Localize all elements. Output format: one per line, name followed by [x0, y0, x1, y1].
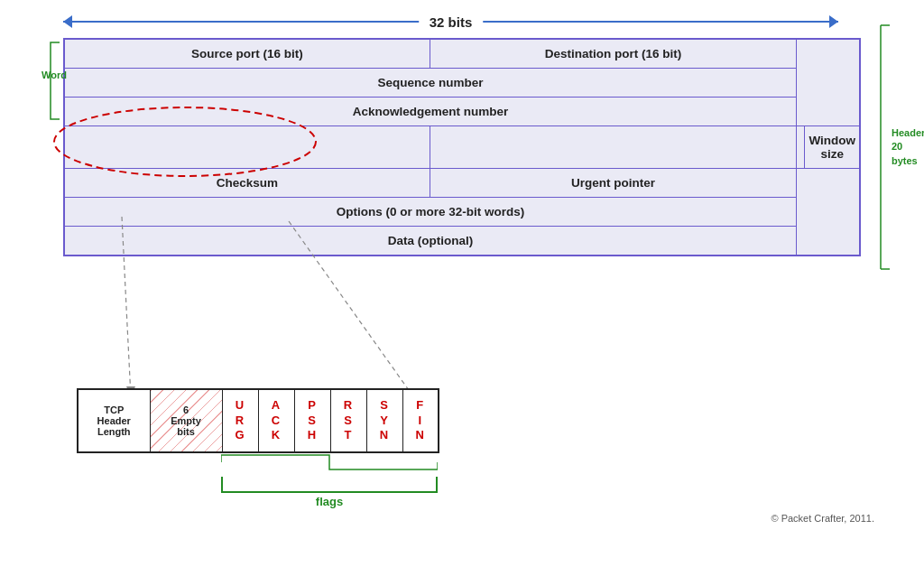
- source-port-cell: Source port (16 bit): [64, 39, 430, 69]
- ack-number-cell: Acknowledgement number: [64, 98, 796, 126]
- sequence-number-cell: Sequence number: [64, 69, 796, 98]
- window-size-cell: Window size: [805, 126, 860, 169]
- dest-port-cell: Destination port (16 bit): [430, 39, 796, 69]
- word-label: Word: [42, 70, 67, 80]
- urgent-pointer-cell: Urgent pointer: [430, 169, 796, 198]
- bits-arrow-container: 32 bits: [63, 9, 838, 34]
- flag-urg-cell: U R G: [222, 389, 258, 452]
- flag-psh-cell: P S H: [294, 389, 330, 452]
- empty-bits-cell: 6 Empty bits: [150, 389, 222, 452]
- flags-label: flags: [221, 495, 438, 508]
- flags-brace-shape: [221, 477, 438, 493]
- table-row: Checksum Urgent pointer: [64, 169, 860, 198]
- main-area: Word Source port (16 bit) Destination po…: [27, 38, 897, 256]
- empty-bits-label: 6 Empty bits: [154, 404, 218, 437]
- flag-rst-cell: R S T: [330, 389, 366, 452]
- small-cell-3: [796, 126, 804, 169]
- arrow-head-left-icon: [63, 15, 72, 28]
- checksum-cell: Checksum: [64, 169, 430, 198]
- detail-table-row: TCP Header Length 6 Empty bits U R G A C…: [78, 389, 439, 452]
- table-row: Options (0 or more 32-bit words): [64, 198, 860, 227]
- small-cell-1: [64, 126, 430, 169]
- detail-section: TCP Header Length 6 Empty bits U R G A C…: [77, 388, 439, 508]
- word-bracket-area: Word: [43, 38, 63, 127]
- bits-label: 32 bits: [419, 14, 484, 30]
- header-bracket-area: Header 20 bytes: [877, 38, 897, 256]
- flag-syn-cell: S Y N: [366, 389, 402, 452]
- tcp-header-length-cell: TCP Header Length: [78, 389, 150, 452]
- flag-fin-cell: F I N: [402, 389, 439, 452]
- options-cell: Options (0 or more 32-bit words): [64, 198, 796, 227]
- header-label: Header 20 bytes: [892, 126, 924, 168]
- data-cell: Data (optional): [64, 227, 796, 256]
- table-row: Data (optional): [64, 227, 860, 256]
- table-row: Source port (16 bit) Destination port (1…: [64, 39, 860, 69]
- word-bracket-svg: [43, 38, 63, 124]
- table-row: Acknowledgement number: [64, 98, 860, 126]
- copyright-label: © Packet Crafter, 2011.: [772, 513, 875, 524]
- flag-ack-cell: A C K: [258, 389, 294, 452]
- detail-table: TCP Header Length 6 Empty bits U R G A C…: [77, 388, 439, 453]
- tcp-header-table: Source port (16 bit) Destination port (1…: [63, 38, 861, 256]
- flags-brace-area: flags: [221, 453, 438, 508]
- table-row: Sequence number: [64, 69, 860, 98]
- flags-brace-svg: [221, 453, 438, 473]
- small-cell-2: [430, 126, 796, 169]
- diagram-container: 32 bits Word Source port (16 bit) Destin…: [27, 9, 897, 558]
- table-row: Window size: [64, 126, 860, 169]
- arrow-head-right-icon: [829, 15, 838, 28]
